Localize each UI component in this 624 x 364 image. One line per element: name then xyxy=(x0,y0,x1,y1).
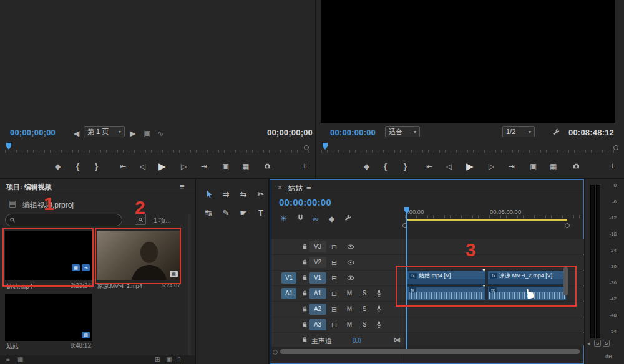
next-page-button[interactable]: ▶ xyxy=(130,130,135,137)
go-to-in-button[interactable]: ⇤ xyxy=(426,163,432,170)
lift-button[interactable]: ▣ xyxy=(530,163,537,170)
solo-button[interactable]: S xyxy=(360,290,369,297)
sync-lock-icon[interactable]: ⊟ xyxy=(331,306,337,313)
track-select-tool[interactable]: ⇉ xyxy=(218,186,233,201)
insert-button[interactable]: ▣ xyxy=(222,163,229,170)
source-ruler[interactable] xyxy=(5,142,310,153)
sync-lock-icon[interactable]: ⊟ xyxy=(331,322,337,328)
go-to-in-button[interactable]: ⇤ xyxy=(120,163,126,170)
trash-icon[interactable]: ▯ xyxy=(177,357,181,363)
panel-menu-icon[interactable]: ≡ xyxy=(180,183,185,191)
solo-button[interactable]: S xyxy=(360,305,369,312)
mark-out-button[interactable]: } xyxy=(95,162,98,170)
source-timecode[interactable]: 00;00;00;00 xyxy=(10,128,56,137)
type-tool[interactable]: T xyxy=(253,205,268,220)
work-area-bar[interactable] xyxy=(406,219,567,221)
slip-tool[interactable]: ↹ xyxy=(201,205,216,220)
mic-icon[interactable] xyxy=(375,305,383,313)
sync-lock-icon[interactable]: ⊟ xyxy=(331,244,337,251)
page-select[interactable]: 第 1 页 ▾ xyxy=(84,126,125,137)
lock-icon[interactable] xyxy=(301,336,308,343)
hand-tool[interactable]: ☛ xyxy=(236,205,251,220)
play-button[interactable]: ▶ xyxy=(158,161,166,171)
track-button-a1[interactable]: A1 xyxy=(309,288,326,299)
new-item-icon[interactable]: ▣ xyxy=(166,357,172,363)
close-icon[interactable]: × xyxy=(278,184,282,191)
track-output-eye-icon[interactable] xyxy=(346,242,355,251)
pan-icon[interactable]: ⋈ xyxy=(394,337,401,343)
overwrite-button[interactable]: ▦ xyxy=(242,163,249,170)
mute-button[interactable]: M xyxy=(345,290,354,297)
solo-right-button[interactable]: S xyxy=(603,340,610,347)
track-button-a2[interactable]: A2 xyxy=(309,304,326,315)
mark-in-button[interactable]: { xyxy=(76,162,79,170)
program-viewer[interactable] xyxy=(321,0,615,123)
timeline-horizontal-scrollbar[interactable] xyxy=(280,349,580,354)
new-bin-icon[interactable]: ⊞ xyxy=(155,357,160,363)
master-track-label[interactable]: 主声道 xyxy=(311,337,332,346)
lock-icon[interactable] xyxy=(301,305,308,312)
timeline-timecode[interactable]: 00:00:00:00 xyxy=(279,197,331,208)
razor-tool[interactable]: ✂ xyxy=(253,186,268,201)
add-marker-button[interactable]: ◆ xyxy=(364,163,369,170)
lane-a3[interactable] xyxy=(404,317,584,332)
linked-selection-icon[interactable]: ∞ xyxy=(313,214,318,223)
step-back-button[interactable]: ◁ xyxy=(140,163,145,170)
sync-lock-icon[interactable]: ⊟ xyxy=(331,290,337,297)
timeline-tab-label[interactable]: 姑姑 xyxy=(288,183,303,194)
project-scrollbar[interactable] xyxy=(188,214,191,357)
program-timecode[interactable]: 00:00:00:00 xyxy=(330,128,376,137)
track-button-v2[interactable]: V2 xyxy=(309,257,326,268)
add-marker-icon[interactable]: ◆ xyxy=(329,215,334,223)
lock-icon[interactable] xyxy=(301,321,308,328)
pen-tool[interactable]: ✎ xyxy=(218,205,233,220)
search-input[interactable] xyxy=(5,214,122,226)
source-viewer[interactable] xyxy=(0,0,315,123)
export-frame-button[interactable] xyxy=(263,162,271,170)
mic-icon[interactable] xyxy=(375,289,383,297)
track-button-a3[interactable]: A3 xyxy=(309,319,326,330)
hscroll-handle-icon[interactable] xyxy=(273,350,278,355)
extract-button[interactable]: ▦ xyxy=(550,163,557,170)
mic-icon[interactable] xyxy=(375,320,383,328)
play-button[interactable]: ▶ xyxy=(466,161,474,171)
track-output-eye-icon[interactable] xyxy=(346,258,355,267)
zoom-select[interactable]: 1/2 ▾ xyxy=(502,126,535,137)
program-ruler[interactable] xyxy=(321,142,619,153)
list-view-icon[interactable]: ≡ xyxy=(6,357,10,363)
master-level-value[interactable]: 0.0 xyxy=(353,337,361,344)
selection-tool[interactable] xyxy=(201,186,216,201)
step-back-button[interactable]: ◁ xyxy=(446,163,452,170)
source-zoom-handle[interactable] xyxy=(304,145,309,150)
nest-toggle-icon[interactable]: ✳ xyxy=(280,214,287,223)
icon-view-icon[interactable]: ▦ xyxy=(17,357,23,363)
mute-button[interactable]: M xyxy=(345,321,354,328)
mark-in-button[interactable]: { xyxy=(384,162,387,170)
step-forward-button[interactable]: ▷ xyxy=(489,163,494,170)
source-patch-a1[interactable]: A1 xyxy=(281,288,296,299)
mark-out-button[interactable]: } xyxy=(404,162,407,170)
zoom-handle-right[interactable] xyxy=(565,223,570,228)
go-to-out-button[interactable]: ⇥ xyxy=(509,163,515,170)
meter-collapse-icon[interactable]: ◂ xyxy=(587,341,590,347)
solo-button[interactable]: S xyxy=(360,321,369,328)
lock-icon[interactable] xyxy=(301,290,308,297)
panel-menu-icon[interactable]: ≡ xyxy=(306,183,311,191)
drag-video-icon[interactable]: ▣ xyxy=(144,130,150,137)
media-name[interactable]: 姑姑 xyxy=(6,342,19,351)
lock-icon[interactable] xyxy=(301,259,308,266)
track-output-eye-icon[interactable] xyxy=(346,274,355,282)
program-zoom-handle[interactable] xyxy=(613,145,618,150)
snap-magnet-icon[interactable] xyxy=(296,214,305,222)
export-frame-button[interactable] xyxy=(572,162,580,170)
go-to-out-button[interactable]: ⇥ xyxy=(201,163,207,170)
track-button-v1[interactable]: V1 xyxy=(309,272,326,284)
prev-page-button[interactable]: ◀ xyxy=(74,130,79,137)
source-patch-v1[interactable]: V1 xyxy=(281,272,296,284)
step-forward-button[interactable]: ▷ xyxy=(181,163,187,170)
lane-master[interactable] xyxy=(404,333,584,345)
sync-lock-icon[interactable]: ⊟ xyxy=(331,275,337,282)
lane-v3[interactable] xyxy=(404,239,584,254)
mute-button[interactable]: M xyxy=(345,305,354,312)
lock-icon[interactable] xyxy=(301,243,308,250)
